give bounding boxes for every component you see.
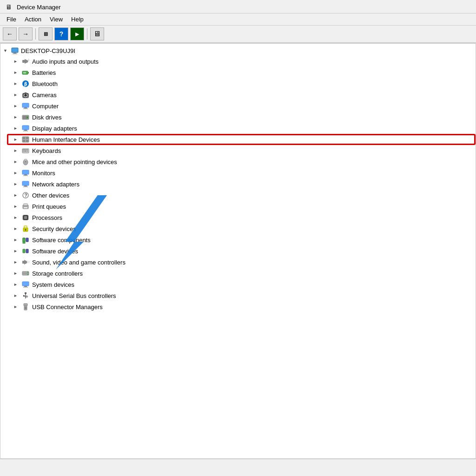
- tree-item-system[interactable]: ► System devices: [0, 279, 476, 290]
- app-icon: 🖥: [5, 3, 13, 11]
- icon-network: [21, 180, 30, 188]
- svg-point-21: [27, 117, 28, 118]
- run-button[interactable]: ▶: [70, 27, 84, 40]
- tree-item-usb-connectors[interactable]: ► USB Connector Managers: [0, 301, 476, 312]
- label-cameras: Cameras: [32, 92, 57, 99]
- chevron-audio: ►: [13, 59, 19, 64]
- tree-container[interactable]: ▼ DESKTOP-C39UJ9I ►: [0, 44, 476, 458]
- label-computer: Computer: [32, 103, 59, 110]
- menu-file[interactable]: File: [3, 14, 20, 24]
- properties-button[interactable]: ⊞: [39, 27, 53, 40]
- menu-bar: File Action View Help: [0, 13, 476, 26]
- chevron-disk-drives: ►: [13, 115, 19, 119]
- chevron-batteries: ►: [13, 70, 19, 75]
- svg-rect-33: [26, 149, 26, 150]
- tree-item-cameras[interactable]: ► Cameras: [0, 89, 476, 100]
- icon-security: [21, 225, 30, 233]
- svg-rect-9: [23, 72, 26, 73]
- icon-monitors: [21, 169, 30, 177]
- label-batteries: Batteries: [32, 69, 56, 76]
- tree-item-print[interactable]: ► Print queues: [0, 201, 476, 212]
- svg-rect-23: [24, 130, 27, 131]
- label-software-devices: Software devices: [32, 248, 78, 255]
- chevron-software-components: ►: [13, 238, 19, 242]
- svg-rect-18: [23, 108, 28, 109]
- tree-item-disk-drives[interactable]: ► Disk drives: [0, 112, 476, 123]
- svg-rect-2: [13, 53, 17, 54]
- tree-item-computer[interactable]: ► Computer: [0, 100, 476, 112]
- svg-rect-67: [23, 249, 25, 253]
- tree-item-audio[interactable]: ► ) ) Audio inputs and outputs: [0, 56, 476, 67]
- svg-text:𝛃: 𝛃: [24, 81, 27, 87]
- label-bluetooth: Bluetooth: [32, 80, 58, 87]
- chevron-computer: ►: [13, 104, 19, 108]
- label-display-adapters: Display adapters: [32, 125, 77, 132]
- svg-point-82: [26, 296, 28, 298]
- svg-rect-81: [23, 295, 25, 297]
- back-button[interactable]: ←: [3, 27, 17, 40]
- label-keyboards: Keyboards: [32, 147, 61, 154]
- svg-point-75: [27, 274, 28, 275]
- label-network: Network adapters: [32, 181, 79, 188]
- tree-item-hid[interactable]: ► Human Interface Devices: [0, 134, 476, 145]
- svg-rect-76: [22, 282, 29, 286]
- svg-rect-17: [24, 107, 27, 108]
- chevron-network: ►: [13, 182, 19, 186]
- label-audio: Audio inputs and outputs: [32, 58, 99, 65]
- label-processors: Processors: [32, 214, 62, 221]
- label-software-components: Software components: [32, 237, 91, 244]
- tree-item-network[interactable]: ► Network adapters: [0, 178, 476, 190]
- svg-rect-35: [23, 151, 24, 152]
- tree-item-sound[interactable]: ► ) ) Sound, video and game controllers: [0, 257, 476, 268]
- svg-rect-31: [23, 149, 24, 150]
- tree-item-display-adapters[interactable]: ► Display adapters: [0, 123, 476, 134]
- tree-item-software-components[interactable]: ► Software components: [0, 234, 476, 245]
- computer-button[interactable]: 🖥: [90, 27, 104, 40]
- label-disk-drives: Disk drives: [32, 114, 62, 121]
- icon-mice: [21, 158, 30, 166]
- icon-audio: ) ): [21, 57, 30, 66]
- tree-item-storage[interactable]: ► Storage controllers: [0, 268, 476, 279]
- label-mice: Mice and other pointing devices: [32, 159, 117, 165]
- menu-action[interactable]: Action: [21, 14, 45, 24]
- svg-rect-32: [24, 149, 25, 150]
- svg-rect-29: [26, 140, 28, 142]
- icon-computer: [21, 102, 30, 110]
- tree-item-software-devices[interactable]: ► Software devices: [0, 245, 476, 257]
- menu-help[interactable]: Help: [67, 14, 87, 24]
- icon-software-devices: [21, 247, 30, 255]
- tree-item-monitors[interactable]: ► Monitors: [0, 167, 476, 178]
- tree-item-other[interactable]: ► ? Other devices: [0, 190, 476, 201]
- tree-item-bluetooth[interactable]: ► 𝛃 Bluetooth: [0, 78, 476, 89]
- tree-root[interactable]: ▼ DESKTOP-C39UJ9I: [0, 46, 476, 56]
- chevron-processors: ►: [13, 215, 19, 220]
- icon-usb-connectors: [21, 303, 30, 311]
- svg-marker-70: [24, 260, 27, 264]
- svg-rect-65: [23, 238, 25, 242]
- svg-rect-87: [25, 307, 26, 309]
- help-button[interactable]: ?: [54, 27, 68, 40]
- tree-item-processors[interactable]: ► Processors: [0, 212, 476, 223]
- svg-rect-36: [24, 151, 26, 152]
- tree-item-mice[interactable]: ► Mice and other pointing devices: [0, 156, 476, 167]
- label-usb-connectors: USB Connector Managers: [32, 304, 103, 311]
- toolbar-separator-2: [87, 28, 87, 40]
- svg-rect-16: [22, 103, 29, 107]
- tree-item-security[interactable]: ► Security devices: [0, 223, 476, 234]
- svg-rect-45: [24, 185, 27, 186]
- svg-text:): ): [28, 58, 29, 61]
- icon-other: ?: [21, 191, 30, 199]
- label-sound: Sound, video and game controllers: [32, 259, 126, 266]
- tree-item-batteries[interactable]: ► Batteries: [0, 67, 476, 78]
- forward-button[interactable]: →: [19, 27, 33, 40]
- menu-view[interactable]: View: [46, 14, 66, 24]
- chevron-print: ►: [13, 204, 19, 209]
- toolbar: ← → ⊞ ? ▶ 🖥: [0, 26, 476, 43]
- icon-software-components: [21, 236, 30, 244]
- svg-point-62: [25, 229, 26, 231]
- tree-item-usb[interactable]: ► Universal Serial Bus controllers: [0, 290, 476, 301]
- svg-rect-73: [22, 273, 29, 274]
- svg-rect-28: [23, 140, 25, 142]
- tree-item-keyboards[interactable]: ► Keyboards: [0, 145, 476, 156]
- svg-rect-0: [12, 48, 18, 53]
